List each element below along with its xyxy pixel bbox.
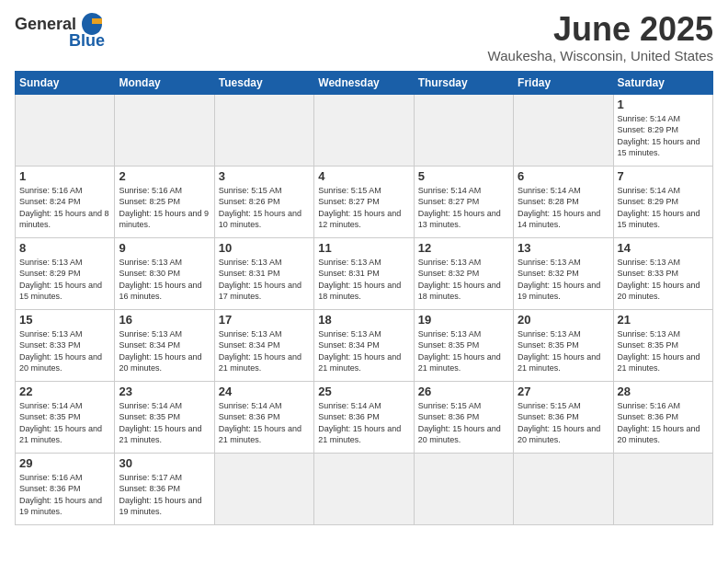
calendar-cell — [613, 453, 712, 524]
calendar-cell: 12 Sunrise: 5:13 AMSunset: 8:32 PMDaylig… — [414, 237, 513, 309]
day-detail: Sunrise: 5:13 AMSunset: 8:32 PMDaylight:… — [418, 258, 501, 302]
col-saturday: Saturday — [613, 71, 712, 94]
day-number: 6 — [518, 169, 609, 183]
calendar-cell: 23 Sunrise: 5:14 AMSunset: 8:35 PMDaylig… — [115, 381, 214, 453]
calendar-week-5: 29 Sunrise: 5:16 AMSunset: 8:36 PMDaylig… — [16, 453, 713, 524]
day-number: 5 — [418, 169, 509, 183]
day-number: 1 — [19, 169, 110, 183]
day-detail: Sunrise: 5:15 AMSunset: 8:26 PMDaylight:… — [219, 186, 301, 230]
location-title: Waukesha, Wisconsin, United States — [488, 48, 713, 63]
calendar-cell: 30 Sunrise: 5:17 AMSunset: 8:36 PMDaylig… — [115, 453, 214, 524]
day-number: 14 — [618, 241, 709, 255]
day-number: 15 — [19, 313, 110, 327]
col-tuesday: Tuesday — [214, 71, 313, 94]
day-detail: Sunrise: 5:13 AMSunset: 8:35 PMDaylight:… — [618, 329, 700, 373]
calendar-cell — [514, 453, 613, 524]
calendar-cell: 1 Sunrise: 5:16 AMSunset: 8:24 PMDayligh… — [16, 166, 115, 237]
calendar-cell: 4 Sunrise: 5:15 AMSunset: 8:27 PMDayligh… — [314, 166, 414, 237]
day-number: 9 — [119, 241, 210, 255]
day-number: 27 — [518, 385, 609, 398]
day-number: 30 — [119, 456, 210, 470]
calendar-cell — [16, 94, 115, 166]
day-detail: Sunrise: 5:13 AMSunset: 8:33 PMDaylight:… — [618, 258, 700, 302]
day-detail: Sunrise: 5:14 AMSunset: 8:35 PMDaylight:… — [119, 401, 201, 445]
calendar-cell: 3 Sunrise: 5:15 AMSunset: 8:26 PMDayligh… — [214, 166, 313, 237]
day-number: 19 — [418, 313, 509, 327]
day-number: 21 — [618, 313, 709, 327]
day-number: 29 — [19, 456, 110, 470]
day-detail: Sunrise: 5:14 AMSunset: 8:35 PMDaylight:… — [19, 401, 102, 445]
day-number: 16 — [119, 313, 210, 327]
day-detail: Sunrise: 5:16 AMSunset: 8:36 PMDaylight:… — [618, 401, 700, 445]
calendar-cell — [214, 453, 313, 524]
calendar-cell: 1 Sunrise: 5:14 AMSunset: 8:29 PMDayligh… — [613, 94, 712, 166]
day-detail: Sunrise: 5:13 AMSunset: 8:30 PMDaylight:… — [119, 258, 201, 302]
col-thursday: Thursday — [414, 71, 513, 94]
day-detail: Sunrise: 5:14 AMSunset: 8:36 PMDaylight:… — [318, 401, 401, 445]
calendar-week-1: 1 Sunrise: 5:16 AMSunset: 8:24 PMDayligh… — [16, 166, 713, 237]
day-number: 22 — [19, 385, 110, 398]
day-number: 12 — [418, 241, 509, 255]
day-detail: Sunrise: 5:15 AMSunset: 8:36 PMDaylight:… — [418, 401, 501, 445]
month-title: June 2025 — [488, 11, 713, 48]
day-number: 25 — [318, 385, 409, 398]
calendar-cell — [414, 453, 513, 524]
calendar-cell — [514, 94, 613, 166]
logo-blue: Blue — [69, 31, 105, 51]
calendar-cell: 16 Sunrise: 5:13 AMSunset: 8:34 PMDaylig… — [115, 309, 214, 381]
day-number: 11 — [318, 241, 409, 255]
calendar-cell: 13 Sunrise: 5:13 AMSunset: 8:32 PMDaylig… — [514, 237, 613, 309]
day-detail: Sunrise: 5:15 AMSunset: 8:36 PMDaylight:… — [518, 401, 600, 445]
page-container: General Blue June 2025 Waukesha, Wiscons… — [0, 0, 728, 533]
calendar-cell: 7 Sunrise: 5:14 AMSunset: 8:29 PMDayligh… — [613, 166, 712, 237]
calendar-cell: 10 Sunrise: 5:13 AMSunset: 8:31 PMDaylig… — [214, 237, 313, 309]
day-detail: Sunrise: 5:13 AMSunset: 8:29 PMDaylight:… — [19, 258, 102, 302]
calendar-cell: 9 Sunrise: 5:13 AMSunset: 8:30 PMDayligh… — [115, 237, 214, 309]
calendar-cell: 5 Sunrise: 5:14 AMSunset: 8:27 PMDayligh… — [414, 166, 513, 237]
calendar-week-0: 1 Sunrise: 5:14 AMSunset: 8:29 PMDayligh… — [16, 94, 713, 166]
day-detail: Sunrise: 5:14 AMSunset: 8:29 PMDaylight:… — [618, 186, 700, 230]
day-number: 4 — [318, 169, 409, 183]
calendar-cell: 15 Sunrise: 5:13 AMSunset: 8:33 PMDaylig… — [16, 309, 115, 381]
day-detail: Sunrise: 5:13 AMSunset: 8:34 PMDaylight:… — [219, 329, 301, 373]
calendar-cell: 25 Sunrise: 5:14 AMSunset: 8:36 PMDaylig… — [314, 381, 414, 453]
calendar-cell: 27 Sunrise: 5:15 AMSunset: 8:36 PMDaylig… — [514, 381, 613, 453]
day-detail: Sunrise: 5:13 AMSunset: 8:34 PMDaylight:… — [119, 329, 201, 373]
day-detail: Sunrise: 5:13 AMSunset: 8:31 PMDaylight:… — [219, 258, 301, 302]
calendar-cell — [115, 94, 214, 166]
day-detail: Sunrise: 5:14 AMSunset: 8:28 PMDaylight:… — [518, 186, 600, 230]
day-number: 17 — [219, 313, 310, 327]
day-number: 26 — [418, 385, 509, 398]
calendar-cell: 14 Sunrise: 5:13 AMSunset: 8:33 PMDaylig… — [613, 237, 712, 309]
day-detail: Sunrise: 5:16 AMSunset: 8:25 PMDaylight:… — [119, 186, 209, 230]
day-detail: Sunrise: 5:13 AMSunset: 8:33 PMDaylight:… — [19, 329, 102, 373]
calendar-cell: 28 Sunrise: 5:16 AMSunset: 8:36 PMDaylig… — [613, 381, 712, 453]
calendar-cell: 20 Sunrise: 5:13 AMSunset: 8:35 PMDaylig… — [514, 309, 613, 381]
day-detail: Sunrise: 5:14 AMSunset: 8:27 PMDaylight:… — [418, 186, 501, 230]
day-detail: Sunrise: 5:16 AMSunset: 8:24 PMDaylight:… — [19, 186, 109, 230]
calendar-week-2: 8 Sunrise: 5:13 AMSunset: 8:29 PMDayligh… — [16, 237, 713, 309]
day-detail: Sunrise: 5:13 AMSunset: 8:31 PMDaylight:… — [318, 258, 401, 302]
header: General Blue June 2025 Waukesha, Wiscons… — [15, 11, 713, 63]
calendar-cell: 26 Sunrise: 5:15 AMSunset: 8:36 PMDaylig… — [414, 381, 513, 453]
calendar-cell — [314, 94, 414, 166]
col-sunday: Sunday — [16, 71, 115, 94]
day-number: 10 — [219, 241, 310, 255]
calendar-cell: 21 Sunrise: 5:13 AMSunset: 8:35 PMDaylig… — [613, 309, 712, 381]
calendar-cell — [214, 94, 313, 166]
calendar-cell: 6 Sunrise: 5:14 AMSunset: 8:28 PMDayligh… — [514, 166, 613, 237]
day-detail: Sunrise: 5:13 AMSunset: 8:34 PMDaylight:… — [318, 329, 401, 373]
day-number: 1 — [618, 98, 709, 111]
logo: General Blue — [15, 11, 105, 51]
day-detail: Sunrise: 5:13 AMSunset: 8:35 PMDaylight:… — [418, 329, 501, 373]
header-row: Sunday Monday Tuesday Wednesday Thursday… — [16, 71, 713, 94]
day-detail: Sunrise: 5:16 AMSunset: 8:36 PMDaylight:… — [19, 473, 102, 517]
day-number: 13 — [518, 241, 609, 255]
calendar-week-4: 22 Sunrise: 5:14 AMSunset: 8:35 PMDaylig… — [16, 381, 713, 453]
logo-general: General — [15, 15, 76, 34]
calendar-cell: 19 Sunrise: 5:13 AMSunset: 8:35 PMDaylig… — [414, 309, 513, 381]
calendar-table: Sunday Monday Tuesday Wednesday Thursday… — [15, 71, 713, 525]
col-friday: Friday — [514, 71, 613, 94]
calendar-cell: 17 Sunrise: 5:13 AMSunset: 8:34 PMDaylig… — [214, 309, 313, 381]
day-number: 2 — [119, 169, 210, 183]
